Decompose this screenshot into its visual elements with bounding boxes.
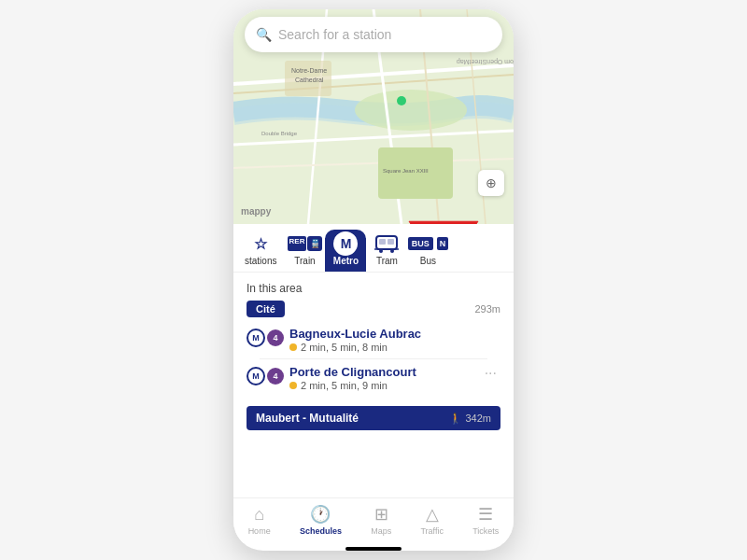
station-times-clignancourt: 2 min, 5 min, 9 min — [289, 380, 475, 391]
svg-point-14 — [397, 96, 406, 105]
svg-text:Notre-Dame: Notre-Dame — [291, 67, 327, 74]
nav-home-label: Home — [248, 526, 271, 536]
nav-maps-label: Maps — [371, 526, 391, 536]
more-options-button[interactable]: ··· — [481, 365, 500, 382]
station-header-cite: Cité 293m — [247, 301, 500, 317]
svg-rect-19 — [379, 239, 386, 245]
station-item-clignancourt[interactable]: M 4 Porte de Clignancourt 2 min, 5 min, … — [247, 359, 500, 397]
station-info-bagneux: Bagneux-Lucie Aubrac 2 min, 5 min, 8 min — [289, 327, 500, 353]
map-copyright: Mappy 2024 TomTom OpenStreetMap — [457, 59, 514, 65]
tab-metro-label: Metro — [333, 256, 359, 266]
station-distance-cite: 293m — [474, 303, 500, 315]
nav-traffic-label: Traffic — [420, 526, 444, 536]
tickets-icon: ☰ — [478, 504, 493, 525]
maubert-distance: 🚶 342m — [449, 413, 491, 425]
home-icon: ⌂ — [254, 505, 264, 525]
bottom-nav: ⌂ Home 🕐 Schedules ⊞ Maps △ Traffic ☰ Ti… — [233, 497, 514, 543]
station-icons-clignancourt: M 4 — [247, 367, 284, 385]
metro-badge: M — [247, 329, 265, 347]
bottom-panel: In this area Cité 293m M 4 Bagneux-Lucie… — [233, 273, 514, 497]
station-item-bagneux[interactable]: M 4 Bagneux-Lucie Aubrac 2 min, 5 min, 8… — [247, 321, 500, 358]
search-bar[interactable]: 🔍 Search for a station — [245, 17, 502, 52]
tab-tram[interactable]: Tram — [366, 230, 407, 272]
svg-text:Double Bridge: Double Bridge — [261, 131, 298, 136]
tram-icon — [374, 233, 400, 254]
maubert-header[interactable]: Maubert - Mutualité 🚶 342m — [247, 406, 500, 430]
tab-favorites[interactable]: ☆ stations — [237, 230, 284, 272]
search-placeholder: Search for a station — [278, 27, 391, 42]
station-section-maubert: Maubert - Mutualité 🚶 342m — [247, 406, 500, 430]
station-info-clignancourt: Porte de Clignancourt 2 min, 5 min, 9 mi… — [289, 365, 475, 391]
nav-schedules[interactable]: 🕐 Schedules — [300, 504, 342, 536]
maubert-badge: Maubert - Mutualité — [256, 412, 359, 425]
maps-icon: ⊞ — [374, 504, 388, 525]
tab-train-label: Train — [294, 256, 315, 266]
metro-badge-2: M — [247, 367, 265, 385]
station-icons-bagneux: M 4 — [247, 329, 284, 347]
tab-bus-label: Bus — [420, 256, 436, 266]
star-icon: ☆ — [247, 233, 274, 254]
walk-icon: 🚶 — [449, 413, 462, 425]
rer-train-icon: RER 🚆 — [291, 233, 317, 254]
nav-schedules-label: Schedules — [300, 526, 342, 536]
nav-tickets[interactable]: ☰ Tickets — [472, 504, 499, 536]
nav-maps[interactable]: ⊞ Maps — [371, 504, 391, 536]
metro-icon: M — [332, 233, 359, 254]
search-icon: 🔍 — [256, 27, 272, 42]
tab-tram-label: Tram — [376, 256, 398, 266]
svg-point-1 — [355, 90, 467, 131]
tab-bus[interactable]: BUS N Bus — [407, 230, 448, 272]
nav-tickets-label: Tickets — [472, 526, 499, 536]
nav-home[interactable]: ⌂ Home — [248, 505, 271, 536]
home-indicator — [345, 547, 402, 551]
locate-icon: ⊕ — [486, 175, 497, 190]
traffic-icon: △ — [426, 504, 439, 525]
time-dot-2 — [289, 382, 297, 389]
tab-train[interactable]: RER 🚆 Train — [284, 230, 325, 272]
station-badge-cite: Cité — [247, 301, 285, 317]
svg-text:Cathedral: Cathedral — [295, 77, 324, 83]
line-4-badge-2: 4 — [267, 368, 284, 385]
station-name-bagneux: Bagneux-Lucie Aubrac — [289, 327, 500, 341]
schedules-icon: 🕐 — [310, 504, 331, 525]
bus-icon: BUS N — [415, 233, 441, 254]
transport-tabs: ☆ stations RER 🚆 Train M Metro — [233, 224, 514, 273]
area-label: In this area — [233, 273, 514, 301]
svg-rect-20 — [388, 239, 394, 245]
svg-text:Square Jean XXIII: Square Jean XXIII — [383, 168, 429, 174]
map-area: Notre-Dame Cathedral Double Bridge Squar… — [233, 9, 514, 224]
station-section-cite: Cité 293m M 4 Bagneux-Lucie Aubrac 2 min… — [247, 301, 500, 397]
tab-favorites-label: stations — [245, 256, 276, 266]
time-dot — [289, 343, 297, 351]
nav-traffic[interactable]: △ Traffic — [420, 504, 444, 536]
locate-button[interactable]: ⊕ — [478, 170, 504, 196]
line-4-badge: 4 — [267, 329, 284, 346]
station-times-bagneux: 2 min, 5 min, 8 min — [289, 342, 500, 353]
mappy-logo: mappy — [241, 206, 271, 217]
tab-metro[interactable]: M Metro — [325, 230, 366, 272]
station-name-clignancourt: Porte de Clignancourt — [289, 365, 475, 379]
